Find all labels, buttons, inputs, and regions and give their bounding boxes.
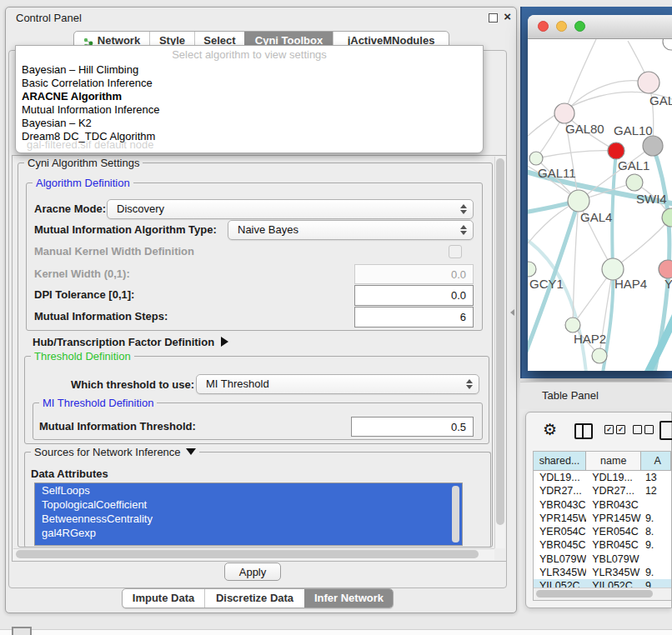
minimize-button[interactable] (556, 21, 567, 32)
network-node-label: Y (664, 277, 672, 291)
table-row[interactable]: YBR043CYBR043C (534, 498, 671, 512)
which-threshold-select[interactable]: MI Threshold (196, 374, 479, 394)
column-header-partial[interactable]: A (641, 452, 671, 470)
collapsed-panel-button[interactable] (12, 627, 32, 635)
node-red[interactable] (608, 142, 624, 159)
column-header-shared-name[interactable]: shared... (534, 452, 586, 470)
table-cell: YBR045C (534, 538, 586, 552)
data-attributes-list[interactable]: SelfLoopsTopologicalCoefficientBetweenne… (34, 482, 463, 546)
table-cell: 9. (642, 538, 671, 552)
algorithm-option-selected[interactable]: ARACNE Algorithm (16, 90, 483, 103)
column-header-name[interactable]: name (586, 452, 641, 470)
close-button[interactable] (538, 21, 549, 32)
table-cell: YDL19... (586, 471, 642, 484)
aracne-mode-label: Aracne Mode: (34, 202, 106, 215)
table-row[interactable]: YDL19...YDL19...13 (534, 471, 671, 484)
table-cell: YPR145W (534, 512, 586, 525)
table-horizontal-scrollbar[interactable] (534, 588, 671, 600)
manual-kernel-checkbox[interactable] (449, 245, 462, 258)
node-swi4[interactable] (662, 208, 672, 227)
tab-infer-network[interactable]: Infer Network (304, 589, 393, 608)
table-row[interactable]: YER054CYER054C8. (534, 525, 671, 538)
hub-definition-expander[interactable]: Hub/Transcription Factor Definition (33, 336, 228, 348)
table-cell: 8. (642, 525, 671, 538)
table-row[interactable]: YPR145WYPR145W9. (534, 512, 671, 525)
algorithm-option[interactable]: Mutual Information Inference (16, 103, 483, 117)
node-gal-top[interactable] (638, 72, 659, 93)
node-gal80[interactable] (554, 103, 574, 123)
network-canvas[interactable]: GALGAL80GAL10GAL11GAL1SWI4GAL4GCY1HAP4YH… (528, 39, 672, 371)
node-gal1[interactable] (626, 174, 643, 191)
deselect-all-checks-icon[interactable] (633, 425, 654, 434)
node-gray[interactable] (643, 136, 663, 156)
node-gal11[interactable] (529, 152, 543, 165)
mi-steps-input[interactable]: 6 (354, 307, 474, 328)
stepper-arrows-icon (460, 204, 467, 214)
node-bottom[interactable] (592, 348, 607, 363)
algorithm-option[interactable]: Basic Correlation Inference (16, 77, 483, 90)
table-panel-window: ⚙ ✓✓ shared... name A YDL19...YDL19...13… (525, 412, 672, 608)
zoom-button[interactable] (574, 21, 585, 32)
data-attribute-item[interactable]: TopologicalCoefficient (35, 498, 462, 512)
data-attribute-item[interactable]: gal4RGexp (35, 526, 462, 540)
table-row[interactable]: YBL079WYBL079W (534, 552, 671, 566)
network-node-label: GAL1 (618, 158, 649, 172)
float-window-icon[interactable] (489, 13, 498, 22)
network-window: GALGAL80GAL10GAL11GAL1SWI4GAL4GCY1HAP4YH… (528, 15, 672, 371)
expander-down-icon (186, 448, 196, 455)
cyni-settings-group-title: Cyni Algorithm Settings (24, 157, 143, 169)
data-attribute-item[interactable]: SelfLoops (35, 483, 462, 498)
apply-button[interactable]: Apply (224, 562, 281, 581)
dpi-tolerance-input[interactable]: 0.0 (354, 285, 474, 306)
table-row[interactable]: YLR345WYLR345W9. (534, 566, 671, 579)
network-window-titlebar[interactable] (528, 15, 672, 39)
status-strip (0, 629, 672, 635)
mi-type-label: Mutual Information Algorithm Type: (34, 223, 217, 236)
node-gal4[interactable] (568, 190, 589, 212)
algorithm-dropdown-popup: Select algorithm to view settings Bayesi… (15, 45, 484, 153)
table-cell: YER054C (586, 525, 642, 538)
kernel-width-input[interactable]: 0.0 (354, 264, 474, 284)
table-cell: YLR345W (534, 566, 586, 579)
node-top-right[interactable] (663, 39, 672, 50)
vertical-scrollbar[interactable] (494, 157, 505, 548)
algorithm-placeholder: Select algorithm to view settings (16, 46, 483, 63)
horizontal-scrollbar[interactable] (13, 548, 494, 560)
node-gcy1[interactable] (528, 262, 536, 277)
mi-type-select[interactable]: Naive Bayes (228, 220, 474, 240)
algorithm-option[interactable]: Bayesian – Hill Climbing (16, 63, 483, 77)
network-node-label: HAP4 (614, 277, 647, 291)
data-attribute-item-clipped (35, 540, 462, 546)
control-panel-window: Control Panel × Network Style Select Cyn… (5, 7, 517, 613)
table-cell (642, 552, 671, 566)
which-threshold-label: Which threshold to use: (71, 378, 194, 391)
data-attribute-item[interactable]: BetweennessCentrality (35, 512, 462, 526)
table-cell: 9. (642, 512, 671, 525)
threshold-definition-title: Threshold Definition (31, 350, 134, 362)
column-selector-icon[interactable] (574, 423, 593, 439)
table-cell: YDR27... (586, 484, 642, 498)
node-salmon[interactable] (659, 260, 672, 278)
panel-split-handle-icon[interactable] (510, 309, 514, 316)
tab-impute-data[interactable]: Impute Data (123, 589, 204, 608)
table-toolbar: ⚙ ✓✓ (526, 412, 671, 449)
network-node-label: GCY1 (529, 277, 564, 291)
expander-right-icon (221, 337, 228, 347)
close-icon[interactable]: × (504, 9, 511, 23)
aracne-mode-select[interactable]: Discovery (107, 199, 474, 219)
algorithm-option[interactable]: Bayesian – K2 (16, 117, 483, 130)
list-scrollbar[interactable] (452, 486, 459, 542)
sources-group-title[interactable]: Sources for Network Inference (31, 446, 199, 458)
tab-discretize-data[interactable]: Discretize Data (204, 589, 304, 608)
table-cell: 12 (642, 484, 671, 498)
table-cell (642, 498, 671, 512)
table-row[interactable]: YBR045CYBR045C9. (534, 538, 671, 552)
network-node-label: SWI4 (636, 192, 667, 206)
select-all-checks-icon[interactable]: ✓✓ (604, 425, 625, 434)
node-hap2[interactable] (565, 318, 580, 332)
gear-icon[interactable]: ⚙ (543, 420, 557, 439)
table-row[interactable]: YDR27...YDR27...12 (534, 484, 671, 498)
table-header-row: shared... name A (534, 452, 671, 471)
table-options-icon[interactable] (659, 421, 672, 440)
mi-threshold-input[interactable]: 0.5 (351, 417, 474, 437)
